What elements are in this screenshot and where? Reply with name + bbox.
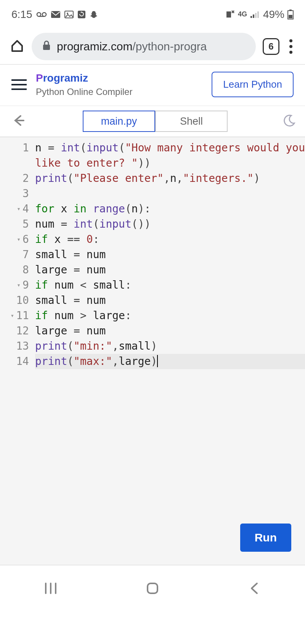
android-nav-bar — [0, 565, 305, 611]
dark-mode-toggle-icon[interactable] — [282, 113, 297, 129]
code-line — [35, 186, 305, 201]
tab-count-value: 6 — [268, 41, 273, 52]
browser-chrome-bar: programiz.com/python-progra 6 — [0, 29, 305, 65]
battery-percent: 49% — [263, 8, 284, 21]
android-back-button[interactable] — [231, 577, 277, 600]
svg-rect-3 — [51, 11, 60, 18]
brand-subtitle: Python Online Compiler — [36, 87, 202, 97]
svg-rect-14 — [43, 45, 50, 50]
tab-count-button[interactable]: 6 — [263, 38, 279, 55]
code-line: large = num — [35, 323, 305, 339]
code-line: n = int(input("How many integers would y… — [35, 140, 305, 156]
code-line: for x in range(n): — [35, 201, 305, 217]
url-bar[interactable]: programiz.com/python-progra — [32, 33, 256, 60]
back-arrow-icon[interactable] — [8, 111, 28, 132]
url-text: programiz.com/python-progra — [57, 40, 207, 53]
code-line: large = num — [35, 262, 305, 278]
svg-rect-8 — [253, 14, 254, 18]
svg-rect-10 — [257, 11, 259, 18]
status-time: 6:15 — [11, 8, 32, 21]
editor-gutter: ▾1 ▾ ▾2 ▾3 ▾4 ▾5 ▾6 ▾7 ▾8 ▾9 ▾10 ▾11 ▾12… — [0, 137, 33, 565]
code-editor[interactable]: ▾1 ▾ ▾2 ▾3 ▾4 ▾5 ▾6 ▾7 ▾8 ▾9 ▾10 ▾11 ▾12… — [0, 137, 305, 565]
editor-tabs: main.py Shell — [35, 111, 275, 132]
app-header: Programiz Python Online Compiler Learn P… — [0, 65, 305, 106]
brand-logo[interactable]: Programiz — [36, 72, 202, 84]
lock-icon — [42, 40, 51, 53]
code-line: if num < small: — [35, 278, 305, 293]
svg-rect-9 — [255, 13, 257, 18]
hamburger-menu-icon[interactable] — [11, 79, 27, 90]
android-status-bar: 6:15 4G 49% — [0, 0, 305, 29]
svg-rect-18 — [148, 583, 157, 593]
status-right: 4G 49% — [225, 8, 294, 21]
vibrate-icon — [225, 10, 235, 19]
svg-point-5 — [67, 13, 68, 14]
mail-icon — [51, 11, 61, 18]
code-line: small = num — [35, 293, 305, 308]
tab-main-py[interactable]: main.py — [83, 111, 155, 132]
snapchat-icon — [90, 10, 98, 19]
code-line: print("max:",large) — [35, 354, 305, 369]
editor-code-area[interactable]: n = int(input("How many integers would y… — [33, 137, 305, 565]
svg-point-1 — [42, 13, 46, 16]
battery-icon — [287, 10, 294, 19]
code-line: like to enter? ")) — [35, 156, 305, 171]
svg-rect-7 — [250, 16, 252, 18]
signal-icon — [250, 11, 260, 18]
update-icon — [77, 10, 86, 19]
android-recent-apps-button[interactable] — [28, 577, 74, 600]
tab-shell[interactable]: Shell — [155, 111, 228, 132]
editor-tabs-row: main.py Shell — [0, 106, 305, 137]
code-line: if x == 0: — [35, 232, 305, 247]
svg-point-0 — [37, 13, 41, 16]
code-line: print("Please enter",n,"integers.") — [35, 171, 305, 186]
image-icon — [64, 11, 74, 18]
code-line: if num > large: — [35, 308, 305, 323]
browser-home-icon[interactable] — [10, 38, 25, 55]
run-button[interactable]: Run — [240, 524, 291, 552]
browser-overflow-menu[interactable] — [286, 36, 295, 57]
voicemail-icon — [36, 11, 47, 18]
text-cursor — [157, 355, 158, 367]
code-line: num = int(input()) — [35, 217, 305, 232]
svg-rect-13 — [289, 15, 292, 18]
status-left: 6:15 — [11, 8, 98, 21]
android-home-button[interactable] — [130, 577, 175, 600]
brand: Programiz Python Online Compiler — [36, 72, 202, 97]
code-line: print("min:",small) — [35, 339, 305, 354]
learn-python-button[interactable]: Learn Python — [212, 72, 294, 97]
code-line: small = num — [35, 247, 305, 262]
network-4g-icon: 4G — [238, 10, 247, 18]
